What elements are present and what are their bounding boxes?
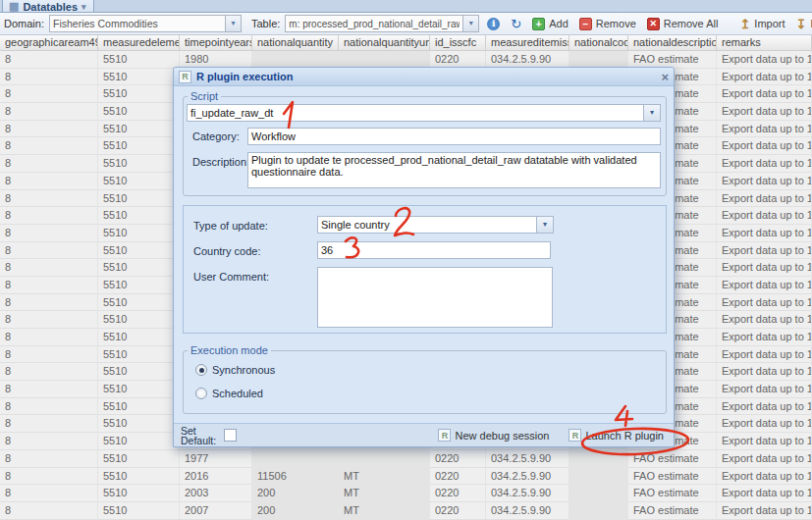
grid-cell[interactable]: 5510 [98, 381, 180, 398]
grid-cell[interactable]: 5510 [98, 277, 180, 294]
grid-cell[interactable]: 8 [0, 346, 98, 364]
column-header-nationaldescription[interactable]: nationaldescription [628, 35, 717, 51]
grid-cell[interactable]: 5510 [98, 450, 180, 468]
info-button[interactable]: i [484, 16, 503, 32]
grid-cell[interactable]: 034.2.5.9.90 [486, 502, 569, 520]
chevron-down-icon[interactable]: ▾ [536, 217, 553, 233]
grid-cell[interactable]: 8 [0, 190, 98, 208]
grid-cell[interactable]: 5510 [98, 433, 180, 450]
grid-cell[interactable]: 5510 [98, 294, 180, 312]
grid-cell[interactable]: 8 [0, 329, 98, 346]
grid-cell[interactable]: Export data up to 195 [717, 433, 812, 450]
grid-cell[interactable] [252, 450, 339, 468]
grid-cell[interactable]: 5510 [98, 329, 180, 346]
grid-cell[interactable]: 8 [0, 51, 98, 69]
grid-cell[interactable]: Export data up to 195 [717, 173, 812, 190]
grid-cell[interactable]: Export data up to 195 [717, 415, 812, 433]
table-row[interactable]: 855102003200MT0220034.2.5.9.90FAO estima… [0, 485, 812, 502]
grid-cell[interactable]: Export data up to 195 [717, 381, 812, 398]
script-combobox[interactable]: ▾ [187, 104, 661, 122]
grid-cell[interactable]: Export data up to 195 [717, 259, 812, 277]
grid-cell[interactable] [569, 485, 628, 502]
grid-cell[interactable]: 8 [0, 485, 98, 502]
domain-input[interactable] [50, 16, 225, 31]
grid-cell[interactable]: 8 [0, 259, 98, 277]
grid-cell[interactable]: Export data up to 195 [717, 121, 812, 138]
grid-cell[interactable]: 8 [0, 207, 98, 225]
new-debug-session-button[interactable]: R New debug session [435, 427, 552, 443]
remove-button[interactable]: − Remove [576, 16, 639, 32]
radio-unselected-icon[interactable] [195, 388, 207, 399]
grid-cell[interactable]: 034.2.5.9.90 [486, 485, 569, 502]
grid-cell[interactable]: 5510 [98, 103, 180, 121]
grid-cell[interactable]: Export data up to 195 [717, 485, 812, 502]
grid-cell[interactable]: 8 [0, 450, 98, 468]
user-comment-field[interactable] [317, 267, 553, 328]
column-header-measuredelement[interactable]: measuredelement [98, 35, 180, 51]
grid-cell[interactable]: 5510 [98, 468, 180, 486]
column-header-id_isscfc[interactable]: id_isscfc [430, 35, 486, 51]
launch-r-plugin-button[interactable]: R Launch R plugin [566, 427, 667, 443]
grid-cell[interactable]: Export data up to 195 [717, 190, 812, 208]
synchronous-radio[interactable]: Synchronous [195, 364, 275, 376]
grid-cell[interactable]: Export data up to 195 [717, 242, 812, 260]
grid-cell[interactable]: 5510 [98, 485, 180, 502]
category-field[interactable] [247, 128, 661, 145]
grid-cell[interactable]: 200 [252, 502, 339, 520]
script-input[interactable] [188, 105, 643, 121]
grid-cell[interactable]: 8 [0, 294, 98, 312]
grid-cell[interactable]: Export data up to 195 [717, 398, 812, 416]
grid-cell[interactable]: 2003 [180, 485, 252, 502]
grid-cell[interactable]: Export data up to 195 [717, 85, 812, 103]
column-header-remarks[interactable]: remarks [717, 35, 812, 51]
grid-cell[interactable]: 8 [0, 502, 98, 520]
grid-cell[interactable]: Export data up to 195 [717, 137, 812, 155]
grid-cell[interactable]: Export data up to 195 [717, 207, 812, 225]
grid-cell[interactable]: 8 [0, 468, 98, 486]
grid-cell[interactable]: 5510 [98, 311, 180, 329]
column-header-geographicaream49_fi[interactable]: geographicaream49_fi [0, 35, 98, 51]
export-button[interactable]: ↧ Export [793, 15, 812, 33]
grid-cell[interactable]: Export data up to 195 [717, 450, 812, 468]
grid-cell[interactable]: Export data up to 195 [717, 51, 812, 69]
grid-cell[interactable]: 5510 [98, 69, 180, 86]
grid-cell[interactable]: 2007 [180, 502, 252, 520]
dialog-titlebar[interactable]: R R plugin execution × [174, 68, 674, 86]
scheduled-radio[interactable]: Scheduled [195, 388, 263, 399]
grid-cell[interactable]: 0220 [430, 450, 486, 468]
grid-cell[interactable]: 5510 [98, 502, 180, 520]
table-combobox[interactable]: ▾ [285, 15, 479, 32]
grid-cell[interactable]: 5510 [98, 173, 180, 190]
grid-cell[interactable] [339, 450, 430, 468]
grid-cell[interactable]: 8 [0, 225, 98, 242]
grid-cell[interactable]: 11506 [252, 468, 339, 486]
grid-cell[interactable]: Export data up to 195 [717, 69, 812, 86]
tab-datatables[interactable]: ▦ Datatables ▾ [2, 0, 94, 13]
column-header-nationalquantityunit[interactable]: nationalquantityunit [339, 35, 430, 51]
grid-cell[interactable]: 8 [0, 121, 98, 138]
grid-cell[interactable]: 034.2.5.9.90 [486, 450, 569, 468]
column-header-timepointyears[interactable]: timepointyears [180, 35, 252, 51]
grid-cell[interactable]: 5510 [98, 363, 180, 381]
close-icon[interactable]: × [661, 71, 669, 83]
table-row[interactable]: 85510201611506MT0220034.2.5.9.90FAO esti… [0, 468, 812, 486]
grid-cell[interactable]: 2016 [180, 468, 252, 486]
grid-cell[interactable]: 5510 [98, 398, 180, 416]
description-field[interactable]: Plugin to update te processed_prod_natio… [247, 152, 661, 188]
column-header-nationalcode[interactable]: nationalcode [569, 35, 628, 51]
chevron-down-icon[interactable]: ▾ [643, 105, 660, 121]
grid-cell[interactable]: 5510 [98, 51, 180, 69]
domain-combobox[interactable]: ▾ [49, 15, 242, 32]
grid-cell[interactable]: 8 [0, 277, 98, 294]
grid-cell[interactable]: MT [339, 485, 430, 502]
remove-all-button[interactable]: ✕ Remove All [644, 16, 722, 32]
import-button[interactable]: ↥ Import [736, 15, 787, 33]
grid-cell[interactable]: Export data up to 195 [717, 346, 812, 364]
grid-cell[interactable]: 8 [0, 69, 98, 86]
grid-cell[interactable] [569, 502, 628, 520]
grid-cell[interactable]: 5510 [98, 121, 180, 138]
grid-cell[interactable]: 5510 [98, 190, 180, 208]
grid-cell[interactable]: Export data up to 195 [717, 311, 812, 329]
chevron-down-icon[interactable]: ▾ [81, 2, 86, 12]
grid-cell[interactable]: 8 [0, 363, 98, 381]
